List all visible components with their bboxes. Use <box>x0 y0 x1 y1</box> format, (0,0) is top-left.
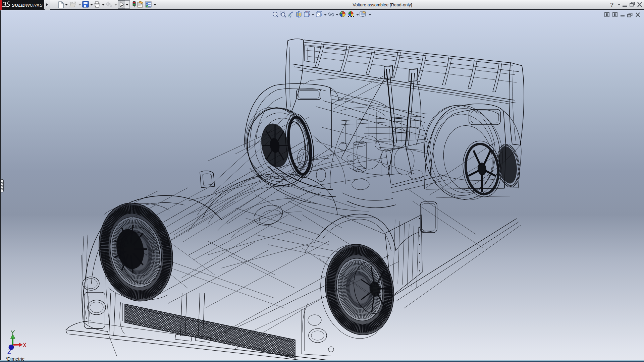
svg-text:?: ? <box>610 2 613 8</box>
svg-text:SOLIDWORKS: SOLIDWORKS <box>12 3 43 8</box>
